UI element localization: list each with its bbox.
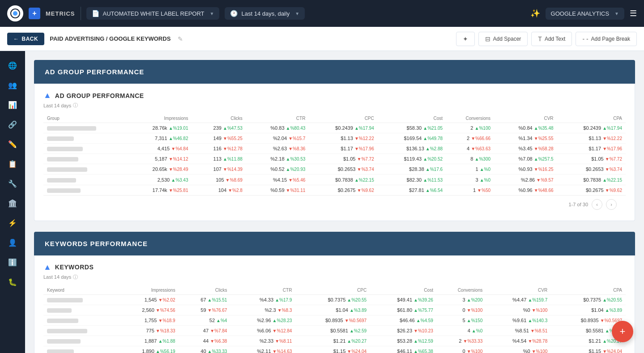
kw-col-keyword: Keyword: [43, 286, 116, 295]
report-selector[interactable]: 📄 AUTOMATED WHITE LABEL REPORT ▼: [86, 7, 220, 20]
data-cell: $1.13 ▼%12.22: [309, 133, 377, 144]
sidebar-item-chart[interactable]: 📊: [4, 96, 21, 114]
data-cell: $0.8935 ▼%0.5697: [295, 315, 370, 325]
add-spacer-button[interactable]: ⊟ Add Spacer: [478, 32, 528, 46]
table-row: 1,887 ▲%1.8844 ▼%6.38%2.33 ▼%8.11$1.21 ▲…: [43, 336, 626, 346]
add-text-label: Add Text: [545, 36, 565, 42]
data-cell: %4.33 ▲%17.9: [230, 294, 295, 305]
data-cell: %8.51 ▼%8.51: [486, 325, 551, 336]
add-report-button[interactable]: +: [29, 8, 40, 19]
data-cell: $0.7838 ▲%22.15: [309, 174, 377, 185]
ad-group-next-button[interactable]: ›: [606, 199, 617, 210]
sidebar-item-filter[interactable]: 🔧: [4, 174, 21, 192]
sidebar-item-globe[interactable]: 🌐: [4, 56, 21, 74]
spacer-icon: ⊟: [485, 35, 490, 43]
data-cell: $28.38 ▲%17.6: [378, 164, 446, 174]
data-cell: 2 ▲%100: [446, 123, 494, 133]
data-cell: %6.06 ▼%12.84: [230, 325, 295, 336]
data-cell: $46.11 ▲%65.38: [370, 346, 437, 353]
app-logo: [7, 5, 23, 21]
settings-button[interactable]: ✦: [456, 32, 475, 46]
ad-group-card: ▲ AD GROUP PERFORMANCE Last 14 days ⓘ Gr…: [34, 84, 635, 221]
data-cell: $119.43 ▲%20.52: [378, 154, 446, 164]
keyword-cell: [43, 305, 116, 315]
data-cell: $1.04 ▲%3.89: [295, 305, 370, 315]
data-cell: %4.15 ▼%5.46: [246, 174, 309, 185]
col-group: Group: [43, 114, 128, 123]
keyword-cell: [43, 294, 116, 305]
back-arrow-icon: ←: [13, 36, 19, 42]
data-cell: 40 ▲%33.33: [179, 346, 231, 353]
keywords-section: KEYWORDS PERFORMANCE ▲ KEYWORDS Last 14 …: [34, 232, 635, 353]
data-cell: 47 ▼%7.84: [179, 325, 231, 336]
info-circle-icon-2: ⓘ: [73, 274, 78, 281]
data-cell: 59 ▼%76.67: [179, 305, 231, 315]
table-row: 28.76k ▲%19.01239 ▲%47.53%0.83 ▲%80.43$0…: [43, 123, 626, 133]
sidebar-item-info[interactable]: ℹ️: [4, 253, 21, 271]
edit-icon[interactable]: ✎: [178, 35, 183, 43]
col-conversions: Conversions: [446, 114, 494, 123]
data-cell: 5,187 ▼%14.12: [128, 154, 192, 164]
data-cell: $0.2439 ▲%17.94: [309, 123, 377, 133]
add-text-button[interactable]: T Add Text: [531, 32, 572, 46]
back-button[interactable]: ← BACK: [7, 33, 44, 45]
date-range-label: Last 14 days, daily: [241, 10, 290, 17]
data-source-label: GOOGLE ANALYTICS: [551, 10, 610, 17]
add-page-break-button[interactable]: - - Add Page Break: [576, 32, 637, 46]
table-row: 775 ▼%18.3347 ▼%7.84%6.06 ▼%12.84$0.5581…: [43, 325, 626, 336]
data-cell: $1.04 ▲%3.89: [551, 305, 626, 315]
kw-col-cpa: CPA: [551, 286, 626, 295]
sidebar-item-lightning[interactable]: ⚡: [4, 214, 21, 232]
ad-group-pagination-info: 1-7 of 30: [569, 202, 588, 207]
ad-group-section: AD GROUP PERFORMANCE ▲ AD GROUP PERFORMA…: [34, 60, 635, 221]
sidebar-item-pen[interactable]: ✏️: [4, 135, 21, 153]
data-cell: 1 ▲%0: [446, 164, 494, 174]
data-cell: %0.93 ▼%16.25: [494, 164, 557, 174]
sidebar-item-list[interactable]: 📋: [4, 155, 21, 173]
data-source-selector[interactable]: GOOGLE ANALYTICS ▼: [546, 8, 624, 20]
sidebar-item-people[interactable]: 👥: [4, 76, 21, 94]
sidebar-item-network[interactable]: 🔗: [4, 115, 21, 133]
data-cell: 4 ▼%63.63: [446, 144, 494, 154]
toolbar: ✦ ⊟ Add Spacer T Add Text - - Add Page B…: [456, 32, 637, 46]
spark-icon[interactable]: ✨: [530, 9, 540, 18]
data-cell: %0.59 ▼%31.11: [246, 185, 309, 195]
data-cell: $0.2675 ▼%9.62: [557, 185, 626, 195]
data-cell: 149 ▼%55.25: [192, 133, 246, 144]
data-cell: %1.34 ▼%25.55: [494, 133, 557, 144]
data-cell: 104 ▼%2.8: [192, 185, 246, 195]
col-clicks: Clicks: [192, 114, 246, 123]
data-cell: 113 ▲%11.88: [192, 154, 246, 164]
data-cell: $61.80 ▲%75.77: [370, 305, 437, 315]
data-cell: $1.13 ▼%12.22: [557, 133, 626, 144]
page-break-icon: - -: [582, 35, 588, 43]
data-cell: %2.18 ▲%30.53: [246, 154, 309, 164]
data-cell: %0 ▼%100: [486, 346, 551, 353]
sidebar-item-bug[interactable]: 🐛: [4, 273, 21, 291]
sidebar-item-building[interactable]: 🏛️: [4, 194, 21, 212]
data-cell: 0 ▼%100: [437, 346, 486, 353]
ad-group-card-inner: ▲ AD GROUP PERFORMANCE Last 14 days ⓘ Gr…: [34, 84, 635, 221]
date-range-selector[interactable]: 🕐 Last 14 days, daily ▼: [225, 7, 305, 20]
fab-button[interactable]: +: [612, 321, 633, 342]
data-cell: %0.52 ▲%20.93: [246, 164, 309, 174]
data-cell: %2.3 ▼%8.3: [230, 305, 295, 315]
nav-right-section: ✨ GOOGLE ANALYTICS ▼ ☰: [530, 8, 637, 20]
hamburger-icon[interactable]: ☰: [630, 9, 637, 18]
data-cell: 239 ▲%47.53: [192, 123, 246, 133]
data-cell: 1,890 ▲%56.19: [116, 346, 179, 353]
ad-group-card-title-row: ▲ AD GROUP PERFORMANCE: [43, 91, 626, 100]
keywords-card-subtitle: Last 14 days ⓘ: [43, 274, 626, 281]
sidebar-item-person[interactable]: 👤: [4, 234, 21, 251]
second-bar: ← BACK PAID ADVERTISING / GOOGLE KEYWORD…: [0, 27, 644, 51]
data-cell: 52 ▲%4: [179, 315, 231, 325]
ad-group-prev-button[interactable]: ‹: [592, 199, 602, 210]
keywords-section-header: KEYWORDS PERFORMANCE: [34, 232, 635, 255]
kw-col-cpc: CPC: [295, 286, 370, 295]
data-cell: $1.05 ▼%7.72: [309, 154, 377, 164]
table-row: 20.65k ▼%28.49107 ▼%14.39%0.52 ▲%20.93$0…: [43, 164, 626, 174]
data-cell: $0.2439 ▲%17.94: [557, 123, 626, 133]
app-name-label: METRICS: [46, 10, 75, 17]
data-cell: 0 ▼%100: [437, 305, 486, 315]
nav-divider-1: [81, 7, 81, 20]
